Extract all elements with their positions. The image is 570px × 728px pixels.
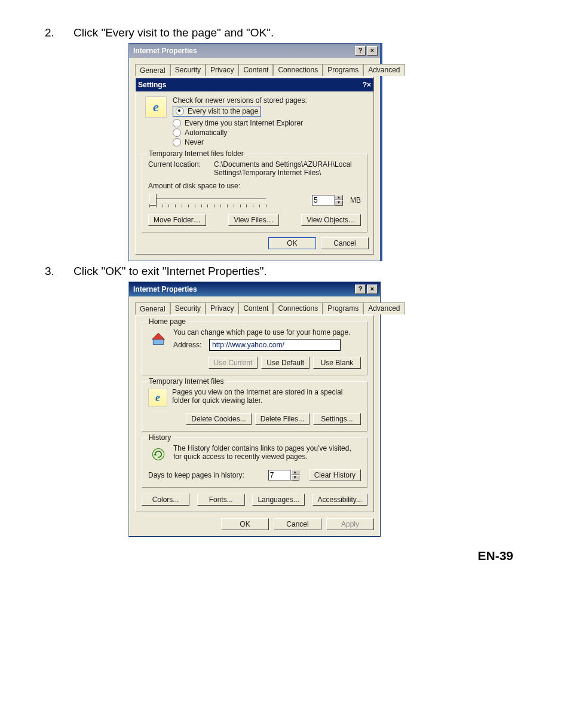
apply-button: Apply — [326, 518, 374, 530]
step-number: 2. — [45, 26, 73, 39]
use-blank-button[interactable]: Use Blank — [313, 357, 361, 369]
history-days-input[interactable] — [268, 470, 291, 481]
languages-button[interactable]: Languages... — [252, 494, 304, 506]
tab-security[interactable]: Security — [170, 302, 206, 314]
close-icon[interactable]: × — [367, 81, 371, 89]
use-current-button: Use Current — [209, 357, 258, 369]
accessibility-button[interactable]: Accessibility... — [312, 494, 367, 506]
fieldset-legend: History — [147, 433, 173, 442]
use-default-button[interactable]: Use Default — [261, 357, 309, 369]
window-title: Internet Properties — [131, 47, 354, 55]
disk-space-slider[interactable] — [148, 192, 268, 208]
colors-button[interactable]: Colors... — [142, 494, 189, 506]
option-every-visit-label: Every visit to the page — [188, 107, 258, 115]
tab-strip: General Security Privacy Content Connect… — [135, 64, 374, 77]
option-every-visit[interactable]: Every visit to the page — [173, 106, 261, 117]
days-label: Days to keep pages in history: — [148, 471, 268, 479]
delete-cookies-button[interactable]: Delete Cookies... — [186, 413, 251, 425]
close-icon[interactable]: × — [367, 46, 378, 56]
fieldset-legend: Home page — [147, 317, 188, 326]
step-3-text: Click "OK" to exit "Internet Properties"… — [73, 265, 525, 278]
home-page-fieldset: Home page You can change which page to u… — [142, 322, 367, 375]
settings-title: Settings — [138, 81, 363, 89]
fieldset-legend: Temporary Internet files folder — [147, 149, 246, 158]
disk-space-input[interactable] — [312, 195, 335, 206]
tab-connections[interactable]: Connections — [273, 64, 323, 76]
disk-space-stepper[interactable]: ▲▼ — [312, 195, 343, 206]
radio-icon — [176, 107, 184, 115]
window-title: Internet Properties — [131, 285, 354, 293]
chevron-down-icon[interactable]: ▼ — [335, 200, 343, 206]
option-every-start[interactable]: Every time you start Internet Explorer — [173, 119, 307, 127]
radio-icon — [173, 138, 181, 146]
current-location-label: Current location: — [148, 160, 214, 169]
address-label: Address: — [173, 341, 209, 349]
radio-icon — [173, 129, 181, 137]
internet-properties-dialog-settings: Internet Properties ? × General Security… — [128, 43, 382, 261]
move-folder-button[interactable]: Move Folder… — [148, 214, 206, 226]
current-location-value: C:\Documents and Settings\AZURAH\Local S… — [214, 160, 361, 177]
internet-icon: e — [148, 388, 167, 407]
tab-advanced[interactable]: Advanced — [363, 64, 404, 76]
fonts-button[interactable]: Fonts... — [197, 494, 245, 506]
view-objects-button[interactable]: View Objects… — [301, 214, 361, 226]
cancel-button[interactable]: Cancel — [274, 518, 321, 530]
option-automatically[interactable]: Automatically — [173, 129, 307, 137]
check-newer-label: Check for newer versions of stored pages… — [173, 96, 307, 105]
tab-connections[interactable]: Connections — [273, 302, 323, 314]
tab-general[interactable]: General — [135, 64, 170, 77]
history-desc: The History folder contains links to pag… — [173, 444, 361, 461]
mb-label: MB — [350, 196, 361, 204]
step-2-text: Click "Every visit to the page" and "OK"… — [73, 26, 525, 39]
history-icon — [148, 444, 168, 464]
history-fieldset: History The History folder contains link… — [142, 438, 367, 488]
option-never-label: Never — [185, 138, 204, 146]
tif-desc: Pages you view on the Internet are store… — [172, 388, 361, 405]
tab-privacy[interactable]: Privacy — [206, 64, 238, 76]
temp-internet-files-fieldset: Temporary Internet files folder Current … — [142, 154, 367, 233]
address-input[interactable] — [209, 339, 341, 351]
fieldset-legend: Temporary Internet files — [147, 377, 225, 386]
home-page-icon — [148, 328, 168, 348]
chevron-down-icon[interactable]: ▼ — [291, 475, 299, 481]
chevron-up-icon[interactable]: ▲ — [291, 470, 299, 475]
option-every-start-label: Every time you start Internet Explorer — [185, 119, 303, 127]
cancel-button[interactable]: Cancel — [321, 237, 369, 249]
clear-history-button[interactable]: Clear History — [309, 469, 361, 481]
tab-content[interactable]: Content — [238, 302, 273, 314]
titlebar: Internet Properties ? × — [129, 282, 380, 296]
temporary-internet-files-fieldset: Temporary Internet files e Pages you vie… — [142, 381, 367, 432]
svg-point-2 — [152, 448, 164, 460]
option-never[interactable]: Never — [173, 138, 307, 146]
delete-files-button[interactable]: Delete Files... — [255, 413, 309, 425]
view-files-button[interactable]: View Files… — [228, 214, 278, 226]
close-icon[interactable]: × — [367, 285, 378, 294]
ok-button[interactable]: OK — [221, 518, 269, 530]
ok-button[interactable]: OK — [268, 237, 316, 249]
tab-privacy[interactable]: Privacy — [206, 302, 238, 314]
step-number: 3. — [45, 265, 73, 278]
help-icon[interactable]: ? — [363, 81, 367, 89]
settings-button[interactable]: Settings... — [313, 413, 361, 425]
disk-space-label: Amount of disk space to use: — [148, 182, 361, 190]
titlebar: Internet Properties ? × — [129, 44, 380, 58]
tab-advanced[interactable]: Advanced — [363, 302, 404, 314]
internet-properties-dialog-general: Internet Properties ? × General Security… — [128, 282, 381, 537]
chevron-up-icon[interactable]: ▲ — [335, 195, 343, 200]
svg-marker-1 — [152, 333, 165, 339]
help-icon[interactable]: ? — [355, 285, 366, 294]
home-page-desc: You can change which page to use for you… — [173, 328, 361, 337]
tab-content[interactable]: Content — [238, 64, 273, 76]
page-number: EN-39 — [45, 549, 525, 563]
tab-general[interactable]: General — [135, 302, 170, 315]
tab-strip: General Security Privacy Content Connect… — [135, 302, 374, 315]
tab-programs[interactable]: Programs — [323, 64, 363, 76]
radio-icon — [173, 119, 181, 127]
option-automatically-label: Automatically — [185, 129, 227, 137]
internet-icon: e — [145, 96, 167, 118]
settings-titlebar: Settings ? × — [136, 78, 373, 91]
tab-programs[interactable]: Programs — [323, 302, 363, 314]
history-days-stepper[interactable]: ▲▼ — [268, 470, 299, 481]
tab-security[interactable]: Security — [170, 64, 206, 76]
help-icon[interactable]: ? — [355, 46, 366, 56]
